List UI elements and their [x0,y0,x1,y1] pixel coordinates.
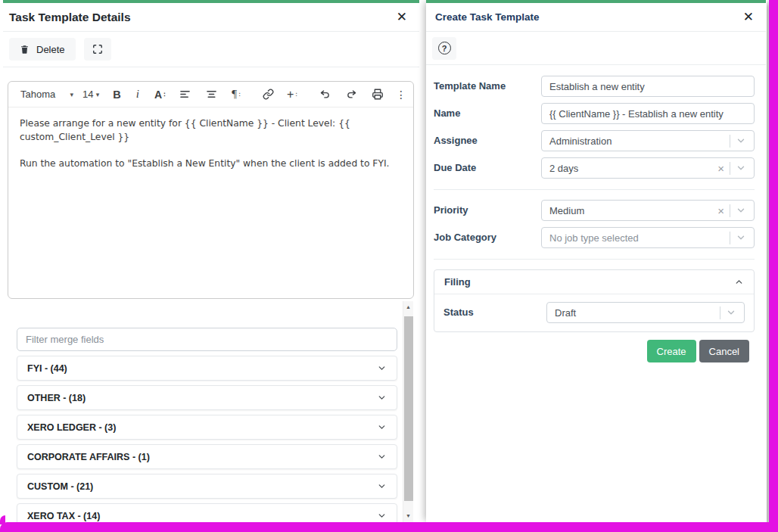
chevron-down-icon [377,363,387,373]
editor-paragraph: Please arrange for a new entity for {{ C… [20,117,402,145]
chevron-down-icon [377,481,387,491]
job-category-select[interactable]: No job type selected [541,227,755,248]
redo-button[interactable] [345,89,358,100]
merge-group-label: XERO TAX - (14) [27,511,100,521]
rich-text-editor: Tahoma ▾ 14 ▾ B i A∶ ¶ [8,81,414,299]
name-row: Name [434,103,755,124]
expand-button[interactable] [84,38,111,61]
assignee-value: Administration [549,135,612,147]
template-name-label: Template Name [434,76,541,92]
text-color-button[interactable]: A∶ [154,89,165,101]
left-panel-header: Task Template Details ✕ [3,3,419,32]
align-left-button[interactable] [179,89,191,100]
template-name-input[interactable] [549,81,746,92]
merge-group-label: OTHER - (18) [27,393,86,403]
due-date-value: 2 days [549,163,578,174]
chevron-down-icon [377,422,387,432]
font-size-value: 14 [82,89,93,100]
due-date-row: Due Date 2 days × [434,157,755,179]
merge-group-fyi[interactable]: FYI - (44) [17,356,397,381]
close-icon[interactable]: ✕ [394,9,410,25]
annotation-border-corner [0,515,5,524]
chevron-up-icon [734,277,744,287]
scroll-down-arrow-icon[interactable]: ▼ [403,512,413,520]
paragraph-glyph: ¶ [232,88,237,101]
name-input[interactable] [549,108,746,120]
create-button[interactable]: Create [647,340,696,362]
insert-link-button[interactable] [262,89,275,100]
name-field-wrap [541,103,755,124]
section-divider [434,259,755,260]
select-separator [720,306,720,319]
help-button[interactable]: ? [432,37,456,60]
page-title: Task Template Details [9,11,131,24]
italic-button[interactable]: i [136,88,139,101]
paragraph-format-button[interactable]: ¶∶ [232,88,240,101]
chevron-down-icon: ▾ [70,91,73,98]
font-family-select[interactable]: Tahoma ▾ [20,89,73,100]
merge-group-custom[interactable]: CUSTOM - (21) [17,474,397,499]
clear-icon[interactable]: × [717,205,724,216]
assignee-select[interactable]: Administration [541,130,755,151]
due-date-select[interactable]: 2 days × [541,157,755,179]
select-separator [730,162,730,175]
bold-button[interactable]: B [113,89,120,101]
align-left-icon [179,89,191,100]
filing-title: Filing [444,276,471,288]
merge-fields-section: FYI - (44) OTHER - (18) XERO LEDGER - (3… [3,301,419,523]
scrollbar-thumb[interactable] [404,316,413,501]
cancel-button[interactable]: Cancel [699,340,749,362]
fullscreen-icon [92,44,103,54]
select-separator [730,232,730,244]
undo-icon [319,89,331,100]
editor-content[interactable]: Please arrange for a new entity for {{ C… [8,107,413,193]
clear-icon[interactable]: × [717,163,724,174]
select-separator [730,135,730,148]
close-icon[interactable]: ✕ [740,9,757,25]
redo-icon [345,89,358,100]
priority-value: Medium [549,205,584,216]
chevron-down-icon[interactable] [736,135,746,146]
font-family-value: Tahoma [20,89,55,100]
filing-section: Filing Status Draft [434,269,755,332]
create-template-form: Template Name Name Assignee Administrati… [426,65,766,248]
chevron-down-icon[interactable] [736,205,746,216]
annotation-border-right [769,0,778,532]
chevron-down-icon[interactable] [736,232,746,243]
merge-group-label: CUSTOM - (21) [27,481,93,492]
print-button[interactable] [372,89,384,100]
undo-button[interactable] [319,89,331,100]
priority-select[interactable]: Medium × [541,200,755,221]
drawer-title: Create Task Template [435,11,540,23]
form-actions: Create Cancel [426,340,749,362]
font-size-select[interactable]: 14 ▾ [82,89,99,100]
merge-fields-filter-input[interactable] [17,328,397,351]
insert-more-button[interactable]: +∶ [287,88,297,101]
filing-section-header[interactable]: Filing [434,270,754,294]
merge-group-xero-ledger[interactable]: XERO LEDGER - (3) [17,415,397,440]
priority-label: Priority [434,200,541,216]
assignee-label: Assignee [434,130,541,146]
delete-button[interactable]: Delete [9,38,76,61]
trash-icon [20,44,30,54]
align-center-icon [205,89,218,100]
chevron-down-icon [377,511,387,521]
help-toolbar: ? [426,32,766,65]
scroll-up-arrow-icon[interactable]: ▲ [403,303,413,311]
right-panel-header: Create Task Template ✕ [426,3,766,32]
merge-group-label: CORPORATE AFFAIRS - (1) [27,452,150,462]
status-select[interactable]: Draft [546,302,745,323]
job-category-placeholder: No job type selected [549,232,639,244]
chevron-down-icon[interactable] [736,163,746,173]
more-options-button[interactable]: ⋮ [396,89,407,101]
merge-group-xero-tax[interactable]: XERO TAX - (14) [17,503,397,523]
due-date-label: Due Date [434,157,541,173]
name-label: Name [434,103,541,119]
align-center-button[interactable] [205,89,218,100]
merge-group-corporate-affairs[interactable]: CORPORATE AFFAIRS - (1) [17,444,397,469]
vertical-scrollbar[interactable]: ▲ ▼ [403,301,413,523]
dropdown-dots-icon: ∶ [295,91,297,98]
merge-group-other[interactable]: OTHER - (18) [17,385,397,410]
chevron-down-icon[interactable] [726,307,736,318]
link-icon [262,89,275,100]
